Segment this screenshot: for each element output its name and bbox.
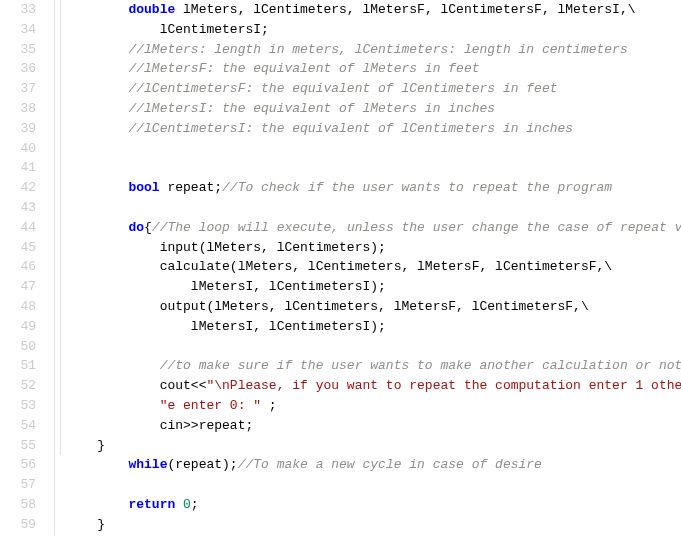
code-line[interactable]: cout<<"\nPlease, if you want to repeat t… [66,376,681,396]
code-line[interactable]: cin>>repeat; [66,416,681,436]
token-kw: bool [128,180,159,195]
code-line[interactable] [66,475,681,495]
indent [66,238,160,258]
indent [66,495,128,515]
code-line[interactable]: calculate(lMeters, lCentimeters, lMeters… [66,257,681,277]
line-number: 45 [0,238,36,258]
line-number: 56 [0,455,36,475]
code-line[interactable]: "e enter 0: " ; [66,396,681,416]
token-punc: } [97,517,105,532]
code-line[interactable]: //to make sure if the user wants to make… [66,356,681,376]
line-number: 39 [0,119,36,139]
code-line[interactable]: //lCentimetersF: the equivalent of lCent… [66,79,681,99]
token-ident: input(lMeters, lCentimeters); [160,240,386,255]
token-ident: calculate(lMeters, lCentimeters, lMeters… [160,259,612,274]
line-number: 34 [0,20,36,40]
code-line[interactable]: bool repeat;//To check if the user wants… [66,178,681,198]
code-editor[interactable]: 3334353637383940414243444546474849505152… [0,0,681,536]
indent [66,257,160,277]
indent [66,356,160,376]
indent [66,376,160,396]
token-ident: lMeters, lCentimeters, lMetersF, lCentim… [175,2,635,17]
line-number: 49 [0,317,36,337]
line-number: 59 [0,515,36,535]
line-number: 38 [0,99,36,119]
token-comment: //To make a new cycle in case of desire [238,457,542,472]
line-number: 52 [0,376,36,396]
code-line[interactable]: lCentimetersI; [66,20,681,40]
token-kw: double [128,2,175,17]
line-number: 36 [0,59,36,79]
code-line[interactable]: input(lMeters, lCentimeters); [66,238,681,258]
indent [66,396,160,416]
code-line[interactable] [66,158,681,178]
line-number: 37 [0,79,36,99]
code-line[interactable] [66,337,681,357]
code-line[interactable] [66,198,681,218]
code-line[interactable]: //lCentimetersI: the equivalent of lCent… [66,119,681,139]
code-line[interactable]: while(repeat);//To make a new cycle in c… [66,455,681,475]
token-comment: //to make sure if the user wants to make… [160,358,681,373]
indent [66,416,160,436]
token-kw: do [128,220,144,235]
line-number: 42 [0,178,36,198]
code-line[interactable]: return 0; [66,495,681,515]
fold-guide-line [54,0,55,535]
token-comment: //The loop will execute, unless the user… [152,220,681,235]
token-comment: //lMetersI: the equivalent of lMeters in… [128,101,495,116]
token-ident: cin>>repeat; [160,418,254,433]
token-ident: lMetersI, lCentimetersI); [191,319,386,334]
token-str: "\nPlease, if you want to repeat the com… [206,378,681,393]
indent [66,0,128,20]
line-number: 51 [0,356,36,376]
line-number: 48 [0,297,36,317]
indent [66,277,191,297]
line-number: 47 [0,277,36,297]
indent [66,20,160,40]
code-line[interactable]: lMetersI, lCentimetersI); [66,317,681,337]
code-line[interactable]: do{//The loop will execute, unless the u… [66,218,681,238]
token-comment: //lCentimetersI: the equivalent of lCent… [128,121,573,136]
indent [66,40,128,60]
indent [66,59,128,79]
line-number: 46 [0,257,36,277]
indent [66,297,160,317]
line-number: 54 [0,416,36,436]
code-line[interactable]: double lMeters, lCentimeters, lMetersF, … [66,0,681,20]
token-ident: output(lMeters, lCentimeters, lMetersF, … [160,299,589,314]
indent [66,436,97,456]
token-kw: return [128,497,175,512]
code-line[interactable]: //lMetersF: the equivalent of lMeters in… [66,59,681,79]
indent [66,99,128,119]
code-line[interactable]: output(lMeters, lCentimeters, lMetersF, … [66,297,681,317]
indent [66,455,128,475]
token-ident: cout<< [160,378,207,393]
indent [66,79,128,99]
fold-guide-line [60,0,61,455]
token-ident: (repeat); [167,457,237,472]
token-ident: repeat; [160,180,222,195]
line-number: 50 [0,337,36,357]
line-number: 57 [0,475,36,495]
line-number: 53 [0,396,36,416]
token-kw: while [128,457,167,472]
token-comment: //lMetersF: the equivalent of lMeters in… [128,61,479,76]
indent [66,515,97,535]
code-content-area[interactable]: double lMeters, lCentimeters, lMetersF, … [66,0,681,536]
line-number: 33 [0,0,36,20]
code-line[interactable]: lMetersI, lCentimetersI); [66,277,681,297]
token-str: "e enter 0: " [160,398,261,413]
token-punc: ; [191,497,199,512]
code-line[interactable]: } [66,436,681,456]
code-line[interactable]: //lMetersI: the equivalent of lMeters in… [66,99,681,119]
code-line[interactable]: } [66,515,681,535]
token-punc: ; [261,398,277,413]
code-line[interactable]: //lMeters: length in meters, lCentimeter… [66,40,681,60]
token-comment: //lMeters: length in meters, lCentimeter… [128,42,627,57]
fold-indicator-strip [48,0,66,536]
token-ident [175,497,183,512]
indent [66,218,128,238]
token-punc: { [144,220,152,235]
code-line[interactable] [66,139,681,159]
line-number-gutter: 3334353637383940414243444546474849505152… [0,0,48,536]
